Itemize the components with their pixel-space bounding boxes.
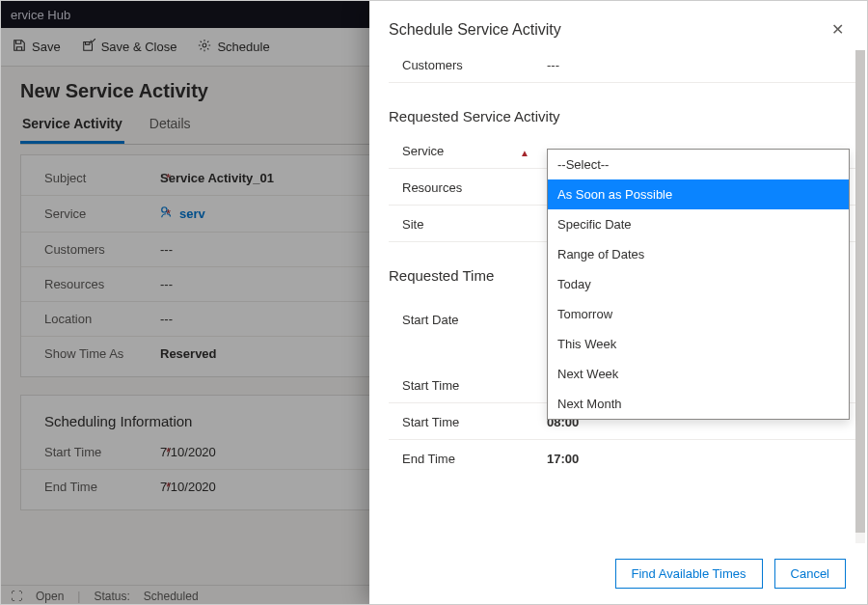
panel-customers-label: Customers xyxy=(402,58,547,72)
startdate-dropdown[interactable]: --Select-- As Soon as Possible Specific … xyxy=(547,149,850,420)
panel-title: Schedule Service Activity xyxy=(389,21,561,39)
panel-endtime-value: 17:00 xyxy=(547,452,579,466)
panel-starttime-label: Start Time xyxy=(402,415,547,429)
dropdown-placeholder[interactable]: --Select-- xyxy=(548,150,849,179)
dropdown-option[interactable]: Next Month xyxy=(548,389,849,419)
dropdown-option[interactable]: As Soon as Possible xyxy=(548,179,849,209)
panel-resources-label: Resources xyxy=(402,180,547,195)
cancel-button[interactable]: Cancel xyxy=(774,559,846,589)
panel-header: Schedule Service Activity ✕ xyxy=(369,1,867,46)
dropdown-option[interactable]: Next Week xyxy=(548,359,849,389)
panel-startdate-label: Start Date xyxy=(402,313,547,327)
scrollbar-thumb[interactable] xyxy=(855,50,865,533)
dropdown-option[interactable]: Specific Date xyxy=(548,209,849,239)
panel-row-customers[interactable]: Customers --- xyxy=(389,46,861,83)
panel-service-label: Service xyxy=(402,144,444,158)
dropdown-option[interactable]: Tomorrow xyxy=(548,299,849,329)
panel-starttime-range-label: Start Time xyxy=(402,378,547,393)
panel-endtime-label: End Time xyxy=(402,452,547,466)
section-requested-activity: Requested Service Activity xyxy=(389,108,861,124)
schedule-activity-panel: Schedule Service Activity ✕ Customers --… xyxy=(369,1,867,604)
panel-footer: Find Available Times Cancel xyxy=(369,547,867,604)
panel-customers-value: --- xyxy=(547,58,559,72)
panel-row-endtime[interactable]: End Time 17:00 xyxy=(389,440,861,476)
dropdown-option[interactable]: Today xyxy=(548,269,849,299)
close-icon[interactable]: ✕ xyxy=(827,16,848,42)
dropdown-option[interactable]: Range of Dates xyxy=(548,239,849,269)
find-available-times-button[interactable]: Find Available Times xyxy=(615,559,763,589)
dropdown-option[interactable]: This Week xyxy=(548,329,849,359)
panel-site-label: Site xyxy=(402,217,547,232)
required-marker: ▲ xyxy=(520,148,529,158)
panel-body: Customers --- Requested Service Activity… xyxy=(369,46,867,547)
